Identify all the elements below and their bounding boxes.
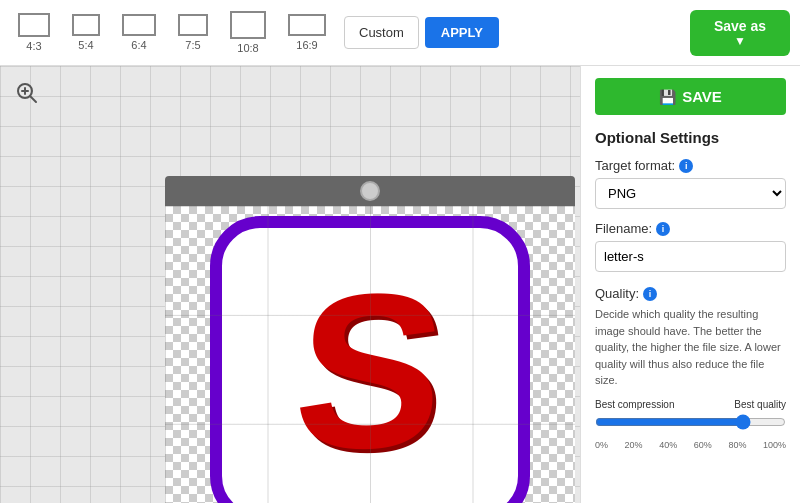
filename-input[interactable]	[595, 241, 786, 272]
quality-info-icon[interactable]: i	[643, 287, 657, 301]
target-format-label: Target format:	[595, 158, 675, 173]
zoom-icon[interactable]	[16, 82, 38, 109]
format-select[interactable]: PNG JPG WEBP GIF	[595, 178, 786, 209]
quality-description: Decide which quality the resulting image…	[595, 306, 786, 389]
image-preview: S	[165, 206, 575, 503]
quality-tick-100: 100%	[763, 440, 786, 450]
save-as-button[interactable]: Save as ▼	[690, 10, 790, 56]
aspect-label-16-9: 16:9	[296, 39, 317, 51]
optional-settings-title: Optional Settings	[595, 129, 786, 146]
filename-info-icon[interactable]: i	[656, 222, 670, 236]
aspect-icon-6-4	[122, 14, 156, 36]
aspect-ratio-6-4[interactable]: 6:4	[114, 10, 164, 55]
right-panel: 💾 SAVE Optional Settings Target format: …	[580, 66, 800, 503]
aspect-icon-5-4	[72, 14, 100, 36]
aspect-ratio-16-9[interactable]: 16:9	[280, 10, 334, 55]
aspect-icon-10-8	[230, 11, 266, 39]
letter-s-container: S	[195, 216, 545, 503]
aspect-label-10-8: 10:8	[237, 42, 258, 54]
letter-s-background: S	[210, 216, 530, 503]
aspect-ratio-7-5[interactable]: 7:5	[170, 10, 216, 55]
drag-handle[interactable]	[360, 181, 380, 201]
custom-button[interactable]: Custom	[344, 16, 419, 49]
quality-tick-60: 60%	[694, 440, 712, 450]
aspect-label-4-3: 4:3	[26, 40, 41, 52]
target-format-label-container: Target format: i	[595, 158, 786, 173]
toolbar: 4:3 5:4 6:4 7:5 10:8 16:9 Custom APPLY S…	[0, 0, 800, 66]
letter-s-text: S	[287, 261, 453, 481]
filename-label-container: Filename: i	[595, 221, 786, 236]
aspect-icon-7-5	[178, 14, 208, 36]
aspect-icon-4-3	[18, 13, 50, 37]
svg-line-1	[30, 96, 36, 102]
apply-button[interactable]: APPLY	[425, 17, 499, 48]
quality-tick-80: 80%	[728, 440, 746, 450]
aspect-ratio-5-4[interactable]: 5:4	[64, 10, 108, 55]
quality-label-container: Quality: i	[595, 286, 786, 301]
quality-label: Quality:	[595, 286, 639, 301]
save-button[interactable]: 💾 SAVE	[595, 78, 786, 115]
quality-tick-20: 20%	[625, 440, 643, 450]
quality-tick-40: 40%	[659, 440, 677, 450]
aspect-ratio-4-3[interactable]: 4:3	[10, 9, 58, 56]
main-area: S 💾 SAVE Optional Settings Target format…	[0, 66, 800, 503]
image-handle-bar[interactable]	[165, 176, 575, 206]
aspect-ratio-10-8[interactable]: 10:8	[222, 7, 274, 58]
save-label: SAVE	[682, 88, 722, 105]
aspect-label-7-5: 7:5	[185, 39, 200, 51]
save-as-arrow-icon: ▼	[734, 34, 746, 48]
aspect-icon-16-9	[288, 14, 326, 36]
filename-label: Filename:	[595, 221, 652, 236]
quality-tick-0: 0%	[595, 440, 608, 450]
aspect-label-5-4: 5:4	[78, 39, 93, 51]
aspect-label-6-4: 6:4	[131, 39, 146, 51]
quality-ticks: 0% 20% 40% 60% 80% 100%	[595, 440, 786, 450]
quality-best-quality-label: Best quality	[734, 399, 786, 410]
quality-slider-container	[595, 414, 786, 434]
target-format-info-icon[interactable]: i	[679, 159, 693, 173]
canvas-area: S	[0, 66, 580, 503]
save-icon: 💾	[659, 89, 676, 105]
quality-range-labels: Best compression Best quality	[595, 399, 786, 410]
quality-slider[interactable]	[595, 414, 786, 430]
image-container: S	[165, 176, 575, 503]
quality-best-compression-label: Best compression	[595, 399, 674, 410]
save-as-label: Save as	[714, 18, 766, 34]
